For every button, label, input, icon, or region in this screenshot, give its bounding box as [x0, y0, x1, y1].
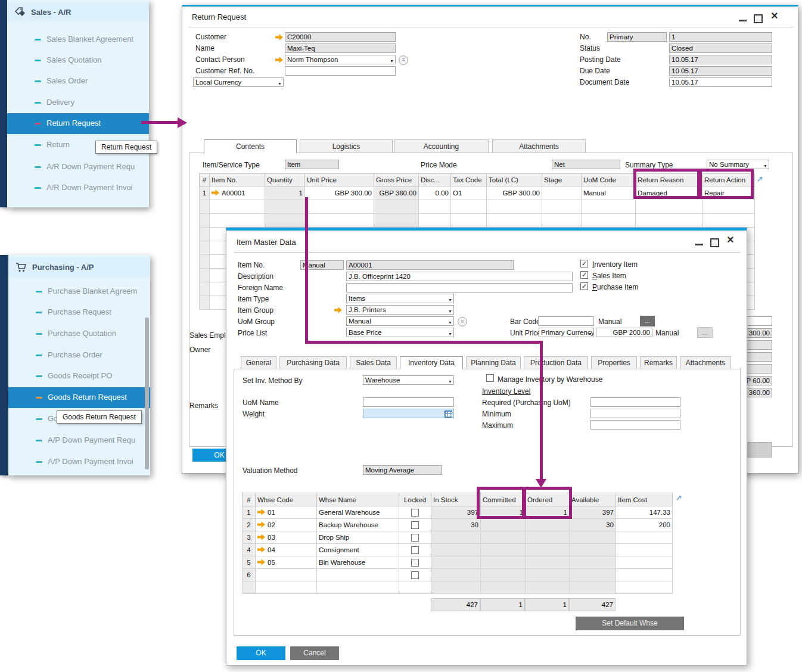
checkbox[interactable] — [411, 546, 419, 554]
table-cell[interactable] — [487, 214, 542, 228]
link-arrow-icon[interactable] — [275, 57, 283, 63]
table-cell[interactable] — [526, 569, 570, 581]
table-cell[interactable] — [200, 255, 210, 269]
table-cell[interactable]: 1 — [265, 186, 305, 200]
document-date-field[interactable]: 10.05.17 — [669, 77, 772, 87]
table-cell[interactable] — [526, 544, 570, 556]
scrollbar[interactable] — [145, 318, 149, 469]
unit-price-browse-button[interactable]: ... — [697, 327, 713, 338]
tab-planning-data[interactable]: Planning Data — [466, 356, 521, 369]
customer-field[interactable]: C20000 — [285, 32, 396, 42]
table-cell[interactable] — [317, 581, 399, 594]
table-cell[interactable]: 05 — [256, 556, 317, 569]
table-cell[interactable] — [399, 506, 431, 519]
column-header[interactable]: # — [243, 493, 256, 506]
table-cell[interactable] — [481, 531, 526, 544]
tab-contents[interactable]: Contents — [204, 139, 297, 153]
sidebar-item-return-request[interactable]: Return Request — [7, 113, 149, 134]
table-cell[interactable] — [570, 531, 616, 544]
unit-price-currency-select[interactable]: Primary Currency — [539, 328, 594, 337]
close-button[interactable]: × — [771, 11, 778, 20]
sidebar-item-ar-down-payment-request[interactable]: A/R Down Payment Requ — [7, 157, 149, 178]
column-header[interactable]: Total (LC) — [487, 174, 542, 186]
sidebar-item-ap-down-payment-request[interactable]: A/P Down Payment Requ — [8, 430, 150, 451]
checkbox[interactable] — [411, 571, 419, 579]
table-cell[interactable] — [526, 519, 570, 531]
tab-logistics[interactable]: Logistics — [300, 139, 393, 153]
sidebar-item-ar-down-payment-invoice[interactable]: A/R Down Payment Invoi — [7, 178, 149, 198]
table-cell[interactable]: 2 — [243, 519, 256, 531]
table-cell[interactable]: GBP 360.00 — [374, 186, 419, 200]
table-cell[interactable] — [526, 581, 570, 594]
table-cell[interactable] — [702, 200, 755, 214]
table-cell[interactable]: 1 — [200, 186, 210, 200]
tab-general[interactable]: General — [241, 356, 276, 369]
table-cell[interactable] — [582, 200, 636, 214]
name-field[interactable]: Maxi-Teq — [285, 43, 396, 53]
table-cell[interactable]: 1 — [243, 506, 256, 519]
column-header[interactable]: # — [200, 174, 210, 186]
table-cell[interactable]: 03 — [256, 531, 317, 544]
table-cell[interactable] — [451, 200, 487, 214]
bar-code-browse-button[interactable]: ... — [640, 316, 655, 326]
checkbox[interactable] — [411, 521, 419, 529]
set-inv-method-select[interactable]: Warehouse — [363, 375, 454, 385]
table-cell[interactable] — [481, 569, 526, 581]
table-cell[interactable]: 200 — [616, 519, 673, 531]
table-cell[interactable]: 30 — [570, 519, 616, 531]
column-header[interactable]: Quantity — [265, 174, 305, 186]
table-cell[interactable]: 30 — [431, 519, 481, 531]
table-cell[interactable] — [200, 296, 210, 310]
tab-accounting[interactable]: Accounting — [394, 139, 489, 153]
contact-person-select[interactable]: Norm Thompson — [285, 55, 396, 64]
column-header[interactable]: Available — [570, 493, 616, 506]
sidebar-item-sales-quotation[interactable]: Sales Quotation — [7, 50, 149, 71]
sidebar-item-purchase-blanket-agreement[interactable]: Purchase Blanket Agreem — [8, 281, 150, 302]
table-cell[interactable] — [481, 581, 526, 594]
table-cell[interactable]: 6 — [243, 569, 256, 581]
sidebar-item-purchase-quotation[interactable]: Purchase Quotation — [8, 323, 150, 344]
table-cell[interactable] — [399, 581, 431, 594]
table-cell[interactable] — [419, 214, 451, 228]
unit-price-field[interactable]: GBP 200.00 — [596, 328, 652, 337]
tab-attachments[interactable]: Attachments — [492, 139, 586, 153]
tab-properties[interactable]: Properties — [591, 356, 637, 369]
table-cell[interactable] — [636, 200, 702, 214]
link-arrow-icon[interactable] — [334, 307, 342, 313]
table-cell[interactable] — [374, 214, 419, 228]
table-cell[interactable] — [305, 200, 374, 214]
table-cell[interactable]: A00001 — [210, 186, 265, 200]
due-date-field[interactable]: 10.05.17 — [669, 66, 772, 76]
table-cell[interactable] — [399, 544, 431, 556]
sidebar-item-ap-down-payment-invoice[interactable]: A/P Down Payment Invoi — [8, 452, 150, 472]
item-no-field[interactable]: A00001 — [346, 260, 514, 270]
table-cell[interactable]: General Warehouse — [317, 506, 399, 519]
column-header[interactable]: Gross Price — [374, 174, 419, 186]
uom-group-select[interactable]: Manual — [346, 316, 454, 326]
table-cell[interactable] — [481, 519, 526, 531]
table-cell[interactable]: Manual — [582, 186, 636, 200]
item-type-select[interactable]: Items — [346, 294, 454, 303]
customer-ref-field[interactable] — [285, 66, 396, 76]
column-header[interactable]: Unit Price — [305, 174, 374, 186]
summary-type-select[interactable]: No Summary — [707, 160, 769, 169]
checkbox[interactable] — [411, 559, 419, 567]
tab-production-data[interactable]: Production Data — [524, 356, 588, 369]
table-cell[interactable] — [616, 581, 673, 594]
table-cell[interactable]: 01 — [256, 506, 317, 519]
table-cell[interactable] — [582, 214, 636, 228]
required-field[interactable] — [590, 397, 680, 407]
sidebar-item-purchase-order[interactable]: Purchase Order — [8, 345, 150, 366]
cancel-button[interactable]: Cancel — [290, 646, 339, 660]
table-cell[interactable]: GBP 300.00 — [305, 186, 374, 200]
table-cell[interactable] — [526, 556, 570, 569]
calculator-icon[interactable] — [444, 410, 452, 418]
tab-inventory-data[interactable]: Inventory Data — [400, 356, 463, 369]
table-cell[interactable]: Backup Warehouse — [317, 519, 399, 531]
list-icon[interactable] — [399, 55, 408, 65]
table-cell[interactable]: 5 — [243, 556, 256, 569]
no-series-field[interactable]: Primary — [607, 32, 667, 42]
table-cell[interactable] — [256, 581, 317, 594]
price-mode-field[interactable]: Net — [552, 160, 620, 169]
table-cell[interactable] — [431, 569, 481, 581]
